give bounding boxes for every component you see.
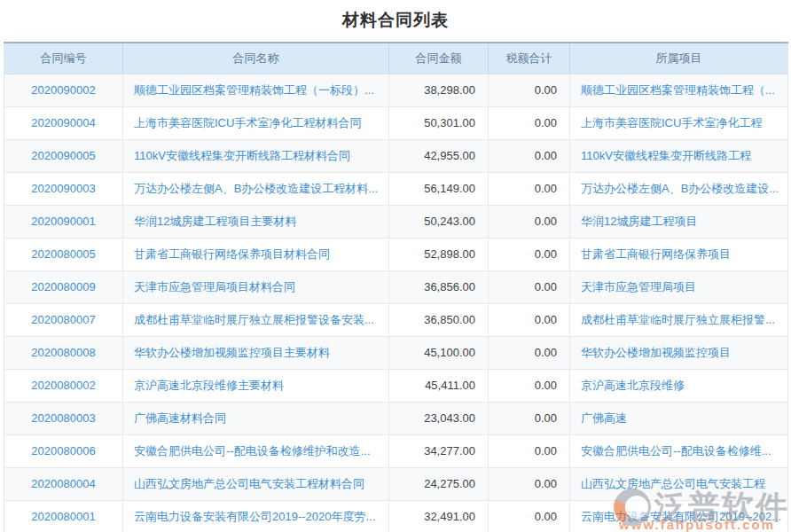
column-header-tax_total: 税额合计 [489, 43, 570, 74]
cell-amount: 36,856.00 [389, 270, 489, 303]
cell-project[interactable]: 上海市美容医院ICU手术室净化工程 [570, 106, 788, 139]
cell-contract_name[interactable]: 成都杜甫草堂临时展厅独立展柜报警设备安装... [123, 303, 389, 336]
table-row: 2020080002京沪高速北京段维修主要材料45,411.000.00京沪高速… [4, 369, 788, 402]
cell-contract_no[interactable]: 2020080005 [4, 238, 123, 270]
cell-tax_total: 0.00 [489, 205, 570, 238]
cell-contract_name[interactable]: 万达办公楼左侧A、B办公楼改造建设工程材料... [123, 172, 389, 205]
cell-project[interactable]: 天津市应急管理局项目 [570, 270, 788, 303]
column-header-project: 所属项目 [570, 43, 788, 74]
cell-tax_total: 0.00 [489, 270, 570, 303]
table-row: 2020080008华软办公楼增加视频监控项目主要材料45,100.000.00… [4, 336, 788, 369]
cell-project[interactable]: 110kV安徽线程集变开断线路工程 [570, 139, 788, 172]
cell-contract_no[interactable]: 2020090004 [4, 106, 123, 139]
table-row: 2020080005甘肃省工商银行网络保养项目材料合同52,898.000.00… [4, 238, 788, 270]
table-row: 2020080003广佛高速材料合同23,043.000.00广佛高速 [4, 402, 788, 434]
table-row: 2020080006安徽合肥供电公司--配电设备检修维护和改造...34,277… [4, 434, 788, 467]
cell-project[interactable]: 广佛高速 [570, 402, 788, 434]
cell-contract_no[interactable]: 2020080007 [4, 303, 123, 336]
cell-tax_total: 0.00 [489, 139, 570, 172]
cell-amount: 56,149.00 [389, 172, 489, 205]
cell-tax_total: 0.00 [489, 402, 570, 434]
table-row: 2020090003万达办公楼左侧A、B办公楼改造建设工程材料...56,149… [4, 172, 788, 205]
cell-tax_total: 0.00 [489, 336, 570, 369]
cell-project[interactable]: 安徽合肥供电公司--配电设备检修维... [570, 434, 788, 467]
cell-amount: 45,100.00 [389, 336, 489, 369]
table-header: 合同编号合同名称合同金额税额合计所属项目 [4, 43, 788, 74]
cell-contract_name[interactable]: 广佛高速材料合同 [123, 402, 389, 434]
cell-project[interactable]: 成都杜甫草堂临时展厅独立展柜报警... [570, 303, 788, 336]
cell-contract_name[interactable]: 天津市应急管理局项目材料合同 [123, 270, 389, 303]
cell-amount: 42,955.00 [389, 139, 489, 172]
cell-project[interactable]: 京沪高速北京段维修 [570, 369, 788, 402]
cell-contract_name[interactable]: 华润12城房建工程项目主要材料 [123, 205, 389, 238]
cell-contract_no[interactable]: 2020080001 [4, 500, 123, 532]
cell-amount: 38,298.00 [389, 74, 489, 106]
cell-contract_no[interactable]: 2020090003 [4, 172, 123, 205]
cell-contract_no[interactable]: 2020080006 [4, 434, 123, 467]
cell-project[interactable]: 甘肃省工商银行网络保养项目 [570, 238, 788, 270]
table-row: 2020080009天津市应急管理局项目材料合同36,856.000.00天津市… [4, 270, 788, 303]
cell-amount: 50,301.00 [389, 106, 489, 139]
cell-contract_no[interactable]: 2020080008 [4, 336, 123, 369]
cell-tax_total: 0.00 [489, 172, 570, 205]
contract-table-container: 合同编号合同名称合同金额税额合计所属项目 2020090002顺德工业园区档案管… [0, 42, 791, 532]
cell-contract_no[interactable]: 2020080009 [4, 270, 123, 303]
table-row: 2020090005110kV安徽线程集变开断线路工程材料合同42,955.00… [4, 139, 788, 172]
cell-tax_total: 0.00 [489, 106, 570, 139]
table-row: 2020090001华润12城房建工程项目主要材料50,243.000.00华润… [4, 205, 788, 238]
cell-amount: 52,898.00 [389, 238, 489, 270]
cell-tax_total: 0.00 [489, 74, 570, 106]
cell-project[interactable]: 华润12城房建工程项目 [570, 205, 788, 238]
contract-table: 合同编号合同名称合同金额税额合计所属项目 2020090002顺德工业园区档案管… [4, 42, 788, 532]
column-header-amount: 合同金额 [389, 43, 489, 74]
cell-contract_no[interactable]: 2020090001 [4, 205, 123, 238]
table-row: 2020080001云南电力设备安装有限公司2019--2020年度劳...32… [4, 500, 788, 532]
table-body: 2020090002顺德工业园区档案管理精装饰工程（一标段）...38,298.… [4, 74, 788, 532]
table-header-row: 合同编号合同名称合同金额税额合计所属项目 [4, 43, 788, 74]
cell-contract_no[interactable]: 2020080002 [4, 369, 123, 402]
cell-project[interactable]: 顺德工业园区档案管理精装饰工程（... [570, 74, 788, 106]
cell-amount: 32,491.00 [389, 500, 489, 532]
cell-tax_total: 0.00 [489, 238, 570, 270]
table-row: 2020080004山西弘文房地产总公司电气安装工程材料合同24,275.000… [4, 467, 788, 500]
table-row: 2020090004上海市美容医院ICU手术室净化工程材料合同50,301.00… [4, 106, 788, 139]
cell-tax_total: 0.00 [489, 467, 570, 500]
cell-amount: 45,411.00 [389, 369, 489, 402]
cell-contract_no[interactable]: 2020080003 [4, 402, 123, 434]
cell-project[interactable]: 万达办公楼左侧A、B办公楼改造建设... [570, 172, 788, 205]
cell-contract_no[interactable]: 2020090005 [4, 139, 123, 172]
cell-tax_total: 0.00 [489, 434, 570, 467]
cell-contract_name[interactable]: 110kV安徽线程集变开断线路工程材料合同 [123, 139, 389, 172]
cell-contract_name[interactable]: 云南电力设备安装有限公司2019--2020年度劳... [123, 500, 389, 532]
cell-contract_name[interactable]: 京沪高速北京段维修主要材料 [123, 369, 389, 402]
page-title: 材料合同列表 [0, 0, 791, 42]
material-contract-list-page: 材料合同列表 合同编号合同名称合同金额税额合计所属项目 2020090002顺德… [0, 0, 791, 532]
cell-amount: 36,850.00 [389, 303, 489, 336]
cell-project[interactable]: 云南电力设备安装有限公司2019--202... [570, 500, 788, 532]
cell-tax_total: 0.00 [489, 369, 570, 402]
table-row: 2020080007成都杜甫草堂临时展厅独立展柜报警设备安装...36,850.… [4, 303, 788, 336]
cell-amount: 23,043.00 [389, 402, 489, 434]
cell-contract_name[interactable]: 山西弘文房地产总公司电气安装工程材料合同 [123, 467, 389, 500]
cell-contract_name[interactable]: 顺德工业园区档案管理精装饰工程（一标段）... [123, 74, 389, 106]
table-row: 2020090002顺德工业园区档案管理精装饰工程（一标段）...38,298.… [4, 74, 788, 106]
cell-project[interactable]: 山西弘文房地产总公司电气安装工程 [570, 467, 788, 500]
column-header-contract_no: 合同编号 [4, 43, 123, 74]
cell-amount: 24,275.00 [389, 467, 489, 500]
cell-contract_no[interactable]: 2020080004 [4, 467, 123, 500]
cell-contract_no[interactable]: 2020090002 [4, 74, 123, 106]
cell-contract_name[interactable]: 甘肃省工商银行网络保养项目材料合同 [123, 238, 389, 270]
cell-contract_name[interactable]: 华软办公楼增加视频监控项目主要材料 [123, 336, 389, 369]
cell-contract_name[interactable]: 上海市美容医院ICU手术室净化工程材料合同 [123, 106, 389, 139]
cell-tax_total: 0.00 [489, 500, 570, 532]
cell-amount: 50,243.00 [389, 205, 489, 238]
cell-amount: 34,277.00 [389, 434, 489, 467]
cell-contract_name[interactable]: 安徽合肥供电公司--配电设备检修维护和改造... [123, 434, 389, 467]
cell-tax_total: 0.00 [489, 303, 570, 336]
column-header-contract_name: 合同名称 [123, 43, 389, 74]
cell-project[interactable]: 华软办公楼增加视频监控项目 [570, 336, 788, 369]
